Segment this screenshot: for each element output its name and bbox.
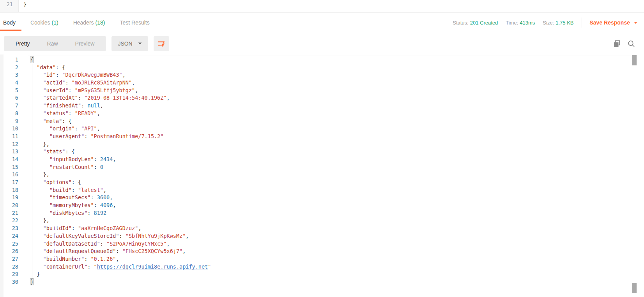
status-badge: Status:201 Created [453, 20, 498, 26]
view-mode-preview[interactable]: Preview [67, 40, 103, 47]
code-line: }, [28, 171, 632, 179]
code-line: "buildId": "aaXrnHeCqoZAGDzuz", [28, 225, 632, 232]
indent-guide [32, 248, 32, 255]
view-mode-raw[interactable]: Raw [39, 40, 67, 47]
indent-guide [32, 79, 32, 87]
indent-guide [32, 94, 32, 102]
indent-guide [32, 118, 32, 125]
postman-response-panel: 21 } Body Cookies(1) Headers(18) Test Re… [0, 0, 644, 297]
status-value: 201 Created [470, 20, 498, 26]
indent-guide [32, 87, 32, 95]
copy-icon[interactable] [613, 40, 621, 48]
indent-guide [32, 232, 32, 240]
caret-down-icon [633, 21, 638, 24]
code-lines: { "data": { "id": "DqcrDkAwegJmBWB43", "… [18, 56, 644, 297]
view-mode-pretty[interactable]: Pretty [7, 40, 39, 47]
response-tab-bar: Body Cookies(1) Headers(18) Test Results… [0, 12, 644, 33]
active-tab-underline [0, 30, 21, 31]
indent-guide [45, 125, 45, 133]
code-line: "userId": "mPSyG35Lffj5ybtgz", [28, 87, 632, 95]
indent-guide [32, 179, 32, 186]
tab-test-results[interactable]: Test Results [120, 19, 149, 26]
code-line: "data": { [28, 64, 632, 72]
view-mode-group: Pretty Raw Preview [4, 36, 106, 51]
indent-guide [45, 133, 45, 141]
indent-guide [32, 71, 32, 79]
request-code-line: } [19, 0, 27, 12]
time-badge: Time:413ms [506, 20, 535, 26]
scrollbar-track [632, 54, 632, 297]
indent-guide [32, 255, 32, 263]
indent-guide [32, 209, 32, 217]
indent-guide [45, 202, 45, 209]
size-badge: Size:1.75 KB [543, 20, 573, 26]
indent-guide [32, 110, 32, 118]
toolbar-right-icons [613, 40, 635, 48]
request-editor-strip[interactable]: 21 } [0, 0, 644, 12]
format-select[interactable]: JSON [111, 36, 148, 51]
status-label: Status: [453, 20, 468, 26]
indent-guide [32, 125, 32, 133]
cookies-count-badge: (1) [52, 19, 58, 26]
wrap-text-icon [157, 39, 166, 48]
indent-guide [45, 163, 45, 171]
indent-guide [32, 64, 32, 72]
code-line: "options": { [28, 179, 632, 186]
code-line: "buildNumber": "0.1.26", [28, 255, 632, 263]
tab-cookies[interactable]: Cookies(1) [30, 19, 58, 26]
scrollbar-thumb[interactable] [632, 55, 637, 65]
code-line: } [28, 271, 632, 278]
indent-guide [32, 240, 32, 248]
code-line: "timeoutSecs": 3600, [28, 194, 632, 202]
code-line: "status": "READY", [28, 110, 632, 118]
tab-headers-label: Headers [73, 19, 94, 26]
indent-guide [32, 156, 32, 163]
divider [582, 18, 582, 28]
code-line: "actId": "moJRLRc85AitArpNN", [28, 79, 632, 87]
indent-guide [32, 148, 32, 156]
time-label: Time: [506, 20, 518, 26]
indent-guide [45, 186, 45, 194]
tab-test-results-label: Test Results [120, 19, 149, 26]
code-line: "startedAt": "2019-08-13T14:54:40.196Z", [28, 94, 632, 102]
code-line: "origin": "API", [28, 125, 632, 133]
save-response-button[interactable]: Save Response [590, 19, 638, 26]
code-line: "defaultRequestQueueId": "FHscC25XQCYw5x… [28, 248, 632, 255]
code-line: "stats": { [28, 148, 632, 156]
request-line-number: 21 [0, 0, 19, 12]
code-line: }, [28, 141, 632, 148]
scrollbar-thumb-outer[interactable] [632, 283, 637, 293]
indent-guide [32, 217, 32, 225]
code-line: } [28, 278, 632, 286]
indent-guide [32, 194, 32, 202]
code-line: "restartCount": 0 [28, 163, 632, 171]
code-line: }, [28, 217, 632, 225]
code-line: "finishedAt": null, [28, 102, 632, 110]
code-line: "userAgent": "PostmanRuntime/7.15.2" [28, 133, 632, 141]
size-value: 1.75 KB [556, 20, 573, 26]
search-icon[interactable] [627, 40, 635, 48]
headers-count-badge: (18) [96, 19, 105, 26]
code-line: { [28, 56, 632, 64]
tab-body[interactable]: Body [3, 19, 16, 26]
indent-guide [45, 156, 45, 163]
wrap-text-button[interactable] [154, 36, 169, 51]
container-url-link[interactable]: https://dqclr9uimi8e.runs.apify.net [97, 264, 208, 270]
indent-guide [32, 271, 32, 278]
caret-down-icon [138, 42, 142, 45]
response-view-toolbar: Pretty Raw Preview JSON [0, 33, 644, 54]
indent-guide [32, 133, 32, 141]
code-line: "meta": { [28, 118, 632, 125]
format-select-value: JSON [118, 40, 132, 47]
code-line: "id": "DqcrDkAwegJmBWB43", [28, 71, 632, 79]
response-body-editor[interactable]: 1234567891011121314151617181920212223242… [0, 54, 644, 297]
code-line: "defaultKeyValueStoreId": "SbfNhtYu9jKpK… [28, 232, 632, 240]
indent-guide [32, 141, 32, 148]
indent-guide [32, 163, 32, 171]
tab-body-label: Body [3, 19, 16, 26]
tab-headers[interactable]: Headers(18) [73, 19, 105, 26]
code-line: "inputBodyLen": 2434, [28, 156, 632, 163]
response-meta-bar: Status:201 Created Time:413ms Size:1.75 … [453, 18, 644, 28]
indent-guide [45, 209, 45, 217]
indent-guide [32, 202, 32, 209]
